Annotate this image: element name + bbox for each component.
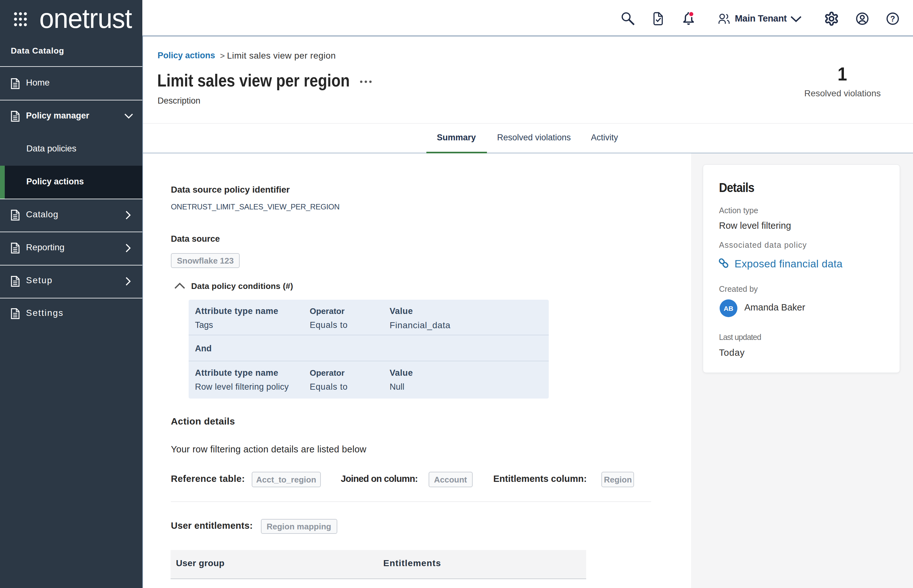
svg-text:?: ? bbox=[890, 14, 895, 23]
